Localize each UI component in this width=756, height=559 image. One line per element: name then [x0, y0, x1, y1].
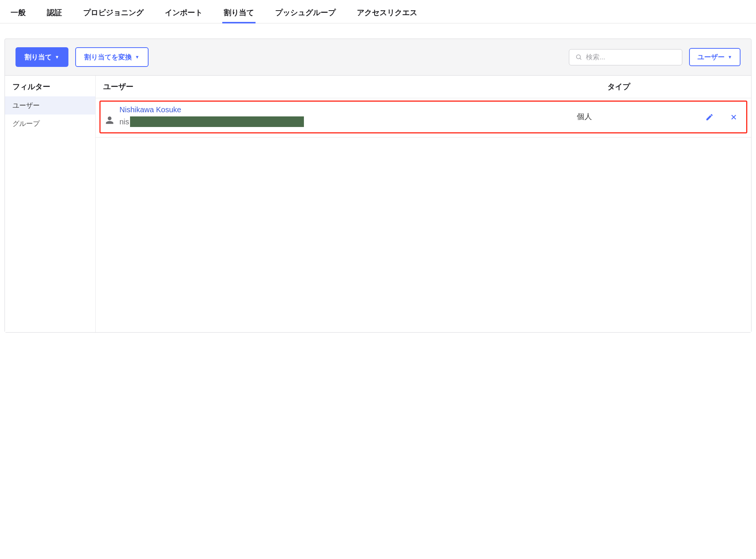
convert-button-label: 割り当てを変換	[84, 53, 132, 62]
toolbar: 割り当て ▼ 割り当てを変換 ▼ ユーザー ▼	[5, 39, 751, 75]
user-email: nis	[119, 116, 577, 127]
dropdown-label: ユーザー	[697, 53, 725, 62]
assignments-panel: 割り当て ▼ 割り当てを変換 ▼ ユーザー ▼ フィルター ユーザー グループ	[5, 39, 751, 333]
search-input[interactable]	[586, 53, 676, 61]
search-icon	[575, 54, 582, 60]
sidebar-item-users[interactable]: ユーザー	[5, 96, 95, 115]
assign-button[interactable]: 割り当て ▼	[15, 47, 68, 67]
close-icon[interactable]	[730, 113, 738, 121]
tab-general[interactable]: 一般	[9, 5, 27, 23]
svg-line-1	[580, 58, 581, 59]
sidebar-item-groups[interactable]: グループ	[5, 115, 95, 133]
header-type: タイプ	[607, 82, 744, 92]
caret-down-icon: ▼	[728, 54, 732, 60]
top-tabs: 一般 認証 プロビジョニング インポート 割り当て プッシュグループ アクセスリ…	[0, 0, 756, 23]
person-icon	[105, 115, 115, 125]
tab-auth[interactable]: 認証	[45, 5, 64, 23]
caret-down-icon: ▼	[135, 54, 139, 60]
tab-access-requests[interactable]: アクセスリクエス	[355, 5, 419, 23]
table-header: ユーザー タイプ	[96, 76, 751, 98]
table-row: Nishikawa Kosuke nis 個人	[99, 101, 747, 133]
assign-button-label: 割り当て	[25, 53, 52, 62]
row-actions	[705, 111, 741, 121]
tab-push-groups[interactable]: プッシュグループ	[274, 5, 337, 23]
tab-assignments[interactable]: 割り当て	[222, 5, 256, 23]
user-email-prefix: nis	[119, 118, 129, 126]
edit-icon[interactable]	[705, 113, 714, 121]
user-name-link[interactable]: Nishikawa Kosuke	[119, 105, 577, 114]
type-cell: 個人	[577, 111, 705, 122]
filter-sidebar: フィルター ユーザー グループ	[5, 76, 96, 332]
avatar	[103, 108, 116, 125]
content-area: フィルター ユーザー グループ ユーザー タイプ Nishikawa Kosuk…	[5, 75, 751, 332]
redacted-block	[130, 116, 304, 127]
table-row-wrap: Nishikawa Kosuke nis 個人	[96, 98, 751, 138]
header-user: ユーザー	[103, 82, 607, 92]
filter-dropdown[interactable]: ユーザー ▼	[689, 48, 741, 66]
tab-provisioning[interactable]: プロビジョニング	[82, 5, 145, 23]
caret-down-icon: ▼	[55, 54, 59, 60]
main-area: ユーザー タイプ Nishikawa Kosuke nis	[96, 76, 751, 332]
convert-assignment-button[interactable]: 割り当てを変換 ▼	[75, 47, 149, 67]
tab-import[interactable]: インポート	[163, 5, 204, 23]
user-info: Nishikawa Kosuke nis	[116, 105, 577, 127]
sidebar-title: フィルター	[5, 76, 95, 96]
svg-point-0	[576, 55, 581, 59]
search-field[interactable]	[569, 49, 682, 65]
